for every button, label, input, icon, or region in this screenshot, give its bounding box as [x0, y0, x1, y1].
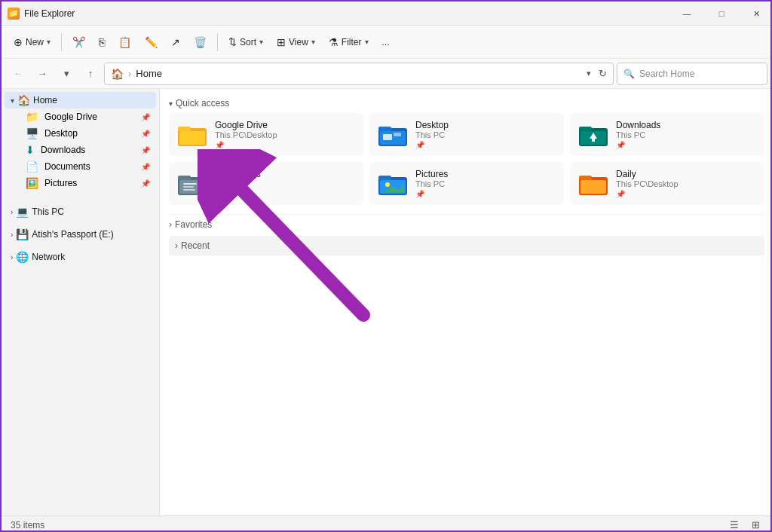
pin-icon-3: 📌 — [141, 146, 150, 154]
address-dropdown-icon[interactable]: ▾ — [587, 69, 591, 78]
close-button[interactable]: ✕ — [739, 2, 772, 26]
folder-card-google-drive[interactable]: Google Drive This PC\Desktop 📌 — [169, 113, 363, 156]
refresh-icon[interactable]: ↻ — [599, 68, 607, 79]
window-controls: — □ ✕ — [669, 2, 772, 26]
sidebar-item-pictures[interactable]: 🖼️ Pictures 📌 — [5, 175, 156, 191]
delete-button[interactable]: 🗑️ — [188, 33, 213, 51]
paste-button[interactable]: 📋 — [112, 33, 137, 51]
sidebar-this-pc[interactable]: › 💻 This PC — [5, 203, 156, 220]
svg-rect-10 — [579, 127, 592, 131]
new-button[interactable]: ⊕ New ▾ — [8, 33, 57, 51]
folder-card-desktop[interactable]: Desktop This PC 📌 — [369, 113, 564, 156]
passport-chevron-icon: › — [11, 231, 13, 239]
view-button[interactable]: ⊞ View ▾ — [271, 33, 321, 51]
folder-pin-daily: 📌 — [616, 190, 756, 198]
minimize-button[interactable]: — — [669, 2, 704, 26]
svg-rect-7 — [383, 134, 392, 140]
folder-card-pictures[interactable]: Pictures This PC 📌 — [369, 162, 564, 205]
this-pc-icon: 💻 — [16, 206, 29, 218]
recent-locations-button[interactable]: ▾ — [56, 63, 77, 84]
home-icon-sidebar: 🏠 — [17, 94, 30, 106]
new-icon: ⊕ — [14, 36, 23, 48]
search-box[interactable]: 🔍 Search Home — [617, 63, 767, 85]
folder-path-pictures: This PC — [415, 179, 556, 188]
filter-icon: ⚗ — [329, 36, 339, 48]
folder-name-daily: Daily — [616, 169, 756, 179]
sort-button[interactable]: ⇅ Sort ▾ — [222, 33, 269, 50]
folder-path-daily: This PC\Desktop — [616, 179, 756, 188]
address-bar-row: ← → ▾ ↑ 🏠 › Home ▾ ↻ 🔍 Search Home — [2, 59, 772, 89]
folder-path-documents: This PC — [215, 179, 355, 188]
recent-label: Recent — [181, 240, 210, 251]
more-button[interactable]: ... — [376, 34, 396, 50]
home-chevron-icon: ▾ — [11, 96, 14, 105]
sidebar-home[interactable]: ▾ 🏠 Home — [5, 92, 156, 109]
grid-view-button[interactable]: ⊞ — [746, 518, 764, 533]
svg-rect-26 — [579, 176, 592, 180]
folder-name-desktop: Desktop — [415, 120, 556, 130]
downloads-icon: ⬇ — [26, 144, 35, 156]
folder-pin-desktop: 📌 — [415, 141, 556, 149]
svg-rect-3 — [179, 131, 205, 145]
folder-path-downloads: This PC — [616, 130, 756, 139]
share-button[interactable]: ↗ — [165, 33, 186, 51]
google-drive-folder-icon — [177, 121, 207, 148]
forward-button[interactable]: → — [32, 63, 53, 84]
sidebar-passport[interactable]: › 💾 Atish's Passport (E:) — [5, 226, 156, 243]
folder-name-downloads: Downloads — [616, 120, 756, 130]
folder-card-documents[interactable]: Documents This PC 📌 — [169, 162, 363, 205]
svg-rect-21 — [378, 176, 391, 180]
view-chevron-icon: ▾ — [311, 38, 315, 46]
sidebar-network[interactable]: › 🌐 Network — [5, 249, 156, 265]
documents-icon: 📄 — [26, 161, 38, 173]
search-icon: 🔍 — [623, 69, 635, 79]
daily-folder-icon — [578, 170, 608, 197]
filter-button[interactable]: ⚗ Filter ▾ — [323, 33, 375, 51]
items-count: 35 items — [11, 520, 44, 530]
sidebar-item-desktop[interactable]: 🖥️ Desktop 📌 — [5, 125, 156, 142]
search-placeholder: Search Home — [639, 69, 694, 79]
toolbar: ⊕ New ▾ ✂️ ⎘ 📋 ✏️ ↗ 🗑️ ⇅ Sort ▾ ⊞ View ▾… — [2, 26, 772, 59]
main-layout: ▾ 🏠 Home 📁 Google Drive 📌 🖥️ Desktop 📌 ⬇… — [2, 89, 772, 515]
copy-button[interactable]: ⎘ — [93, 33, 111, 51]
paste-icon: 📋 — [118, 36, 131, 48]
favorites-section[interactable]: › Favorites — [169, 214, 764, 233]
up-button[interactable]: ↑ — [80, 63, 101, 84]
quick-access-chevron-icon: ▾ — [169, 99, 173, 108]
pin-icon: 📌 — [141, 113, 150, 121]
folder-info-daily: Daily This PC\Desktop 📌 — [616, 169, 756, 198]
folder-path-desktop: This PC — [415, 130, 556, 139]
sidebar-item-documents[interactable]: 📄 Documents 📌 — [5, 158, 156, 175]
sidebar-item-downloads[interactable]: ⬇ Downloads 📌 — [5, 142, 156, 158]
folder-card-daily[interactable]: Daily This PC\Desktop 📌 — [570, 162, 764, 205]
recent-section[interactable]: › Recent — [169, 236, 764, 255]
rename-button[interactable]: ✏️ — [139, 33, 164, 51]
sidebar-label-this-pc: This PC — [32, 206, 64, 217]
desktop-icon: 🖥️ — [26, 127, 38, 139]
folder-info-documents: Documents This PC 📌 — [215, 169, 355, 198]
sidebar-home-label: Home — [33, 95, 57, 105]
view-icon: ⊞ — [277, 36, 286, 48]
svg-rect-17 — [183, 183, 197, 185]
quick-access-header[interactable]: ▾ Quick access — [169, 95, 764, 113]
cut-button[interactable]: ✂️ — [66, 33, 91, 51]
folder-card-downloads[interactable]: Downloads This PC 📌 — [570, 113, 764, 156]
copy-icon: ⎘ — [99, 36, 105, 48]
sidebar-item-google-drive[interactable]: 📁 Google Drive 📌 — [5, 109, 156, 125]
app-title: File Explorer — [24, 8, 75, 19]
sort-icon: ⇅ — [228, 36, 237, 47]
toolbar-separator-2 — [217, 33, 218, 51]
maximize-button[interactable]: □ — [704, 2, 739, 26]
documents-folder-icon — [177, 170, 207, 197]
folder-name-google-drive: Google Drive — [215, 120, 355, 130]
sidebar: ▾ 🏠 Home 📁 Google Drive 📌 🖥️ Desktop 📌 ⬇… — [2, 89, 160, 515]
back-button[interactable]: ← — [8, 63, 29, 84]
delete-icon: 🗑️ — [194, 36, 207, 48]
folder-pin-pictures: 📌 — [415, 190, 556, 198]
view-toggles: ☰ ⊞ — [725, 518, 764, 533]
address-box[interactable]: 🏠 › Home ▾ ↻ — [104, 63, 614, 85]
sidebar-label-pictures: Pictures — [44, 178, 135, 188]
details-view-button[interactable]: ☰ — [725, 518, 743, 533]
cut-icon: ✂️ — [72, 36, 85, 48]
pin-icon-2: 📌 — [141, 130, 150, 138]
